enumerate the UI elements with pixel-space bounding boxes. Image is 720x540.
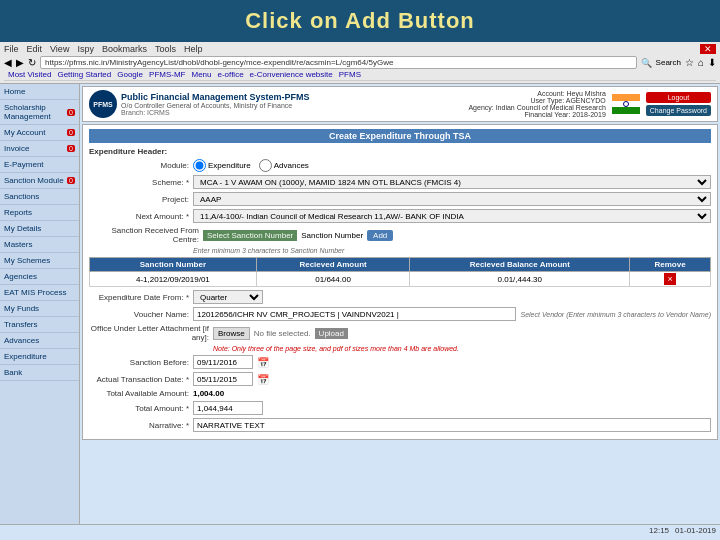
menu-bookmarks[interactable]: Bookmarks: [102, 44, 147, 54]
sidebar-item-transfers[interactable]: Transfers: [0, 317, 79, 333]
bookmark-menu[interactable]: Menu: [191, 70, 211, 79]
col-received-amount: Recieved Amount: [256, 258, 410, 272]
close-window-btn[interactable]: ✕: [700, 44, 716, 54]
sidebar-item-epayment[interactable]: E-Payment: [0, 157, 79, 173]
content-area: PFMS Public Financial Management System-…: [80, 84, 720, 524]
logout-button[interactable]: Logout: [646, 92, 711, 103]
menu-help[interactable]: Help: [184, 44, 203, 54]
sanction-number-label: Sanction Number: [301, 231, 363, 240]
module-advances-option[interactable]: Advances: [259, 159, 309, 172]
sanction-hint-row: Enter minimum 3 characters to Sanction N…: [89, 247, 711, 254]
bookmark-most-visited[interactable]: Most Visited: [8, 70, 51, 79]
total-amount-input[interactable]: [193, 401, 263, 415]
download-icon[interactable]: ⬇: [708, 57, 716, 68]
next-amount-select[interactable]: 11,A/4-100/- Indian Council of Medical R…: [193, 209, 711, 223]
sidebar-item-reports[interactable]: Reports: [0, 205, 79, 221]
sidebar-item-bank[interactable]: Bank: [0, 365, 79, 381]
voucher-input[interactable]: [193, 307, 516, 321]
bookmark-econvenience[interactable]: e-Convenience website: [250, 70, 333, 79]
no-file-text: No file selected.: [254, 329, 311, 338]
expenditure-date-select[interactable]: Quarter: [193, 290, 263, 304]
sidebar-item-my-details[interactable]: My Details: [0, 221, 79, 237]
sidebar-item-sanctions[interactable]: Sanctions: [0, 189, 79, 205]
pfms-header: PFMS Public Financial Management System-…: [82, 86, 718, 122]
sidebar-item-home[interactable]: Home: [0, 84, 79, 100]
col-remove: Remove: [630, 258, 711, 272]
sidebar-item-my-funds[interactable]: My Funds: [0, 301, 79, 317]
bookmark-getting-started[interactable]: Getting Started: [57, 70, 111, 79]
sidebar-item-invoice[interactable]: Invoice 0: [0, 141, 79, 157]
form-section-title: Expenditure Header:: [89, 147, 711, 156]
bookmark-google[interactable]: Google: [117, 70, 143, 79]
note-text: Note: Only three of the page size, and p…: [213, 345, 459, 352]
narrative-label: Narrative: *: [89, 421, 189, 430]
project-select[interactable]: AAAP: [193, 192, 711, 206]
remove-row-button[interactable]: ×: [664, 273, 676, 285]
cell-remove: ×: [630, 272, 711, 287]
sidebar-item-expenditure[interactable]: Expenditure: [0, 349, 79, 365]
office-letter-row: Office Under Letter Attachment [if any]:…: [89, 324, 711, 342]
sidebar-item-advances[interactable]: Advances: [0, 333, 79, 349]
search-icon: 🔍: [641, 58, 652, 68]
bookmark-pfms[interactable]: PFMS: [339, 70, 361, 79]
reload-btn[interactable]: ↻: [28, 57, 36, 68]
sanction-calendar-icon[interactable]: 📅: [257, 357, 269, 368]
bookmark-pfms-mf[interactable]: PFMS-MF: [149, 70, 185, 79]
total-amount-row: Total Amount: *: [89, 401, 711, 415]
status-date: 01-01-2019: [675, 526, 716, 535]
bookmark-star-icon[interactable]: ☆: [685, 57, 694, 68]
browse-button[interactable]: Browse: [213, 327, 250, 340]
next-amount-label: Next Amount: *: [89, 212, 189, 221]
home-icon[interactable]: ⌂: [698, 57, 704, 68]
title-text: Click on Add Button: [245, 8, 475, 33]
change-password-button[interactable]: Change Password: [646, 105, 711, 116]
menu-ispy[interactable]: Ispy: [77, 44, 94, 54]
browser-url-row: ◀ ▶ ↻ https://pfms.nic.in/MinistryAgency…: [4, 56, 716, 69]
forward-btn[interactable]: ▶: [16, 57, 24, 68]
table-header: Sanction Number Recieved Amount Recieved…: [90, 258, 711, 272]
select-sanction-button[interactable]: Select Sanction Number: [203, 230, 297, 241]
sanction-hint-text: Enter minimum 3 characters to Sanction N…: [193, 247, 344, 254]
back-btn[interactable]: ◀: [4, 57, 12, 68]
actual-transaction-input[interactable]: [193, 372, 253, 386]
sidebar-item-agencies[interactable]: Agencies: [0, 269, 79, 285]
scholarship-badge: 0: [67, 109, 75, 116]
bookmark-eoffice[interactable]: e-office: [218, 70, 244, 79]
url-bar[interactable]: https://pfms.nic.in/MinistryAgencyList/d…: [40, 56, 637, 69]
menu-tools[interactable]: Tools: [155, 44, 176, 54]
module-advances-radio[interactable]: [259, 159, 272, 172]
narrative-row: Narrative: *: [89, 418, 711, 432]
col-balance-amount: Recieved Balance Amount: [410, 258, 630, 272]
scheme-select[interactable]: MCA - 1 V AWAM ON (1000)/, MAMID 1824 MN…: [193, 175, 711, 189]
sanction-before-input[interactable]: [193, 355, 253, 369]
module-expenditure-radio[interactable]: [193, 159, 206, 172]
menu-edit[interactable]: Edit: [27, 44, 43, 54]
expenditure-date-label: Expenditure Date From: *: [89, 293, 189, 302]
browser-bar: File Edit View Ispy Bookmarks Tools Help…: [0, 42, 720, 84]
menu-view[interactable]: View: [50, 44, 69, 54]
vendor-hint: Select Vendor (Enter minimum 3 character…: [520, 311, 711, 318]
title-banner: Click on Add Button: [0, 0, 720, 42]
sidebar-item-my-account[interactable]: My Account 0: [0, 125, 79, 141]
narrative-input[interactable]: [193, 418, 711, 432]
status-bar: 12:15 01-01-2019: [0, 524, 720, 536]
expenditure-date-row: Expenditure Date From: * Quarter: [89, 290, 711, 304]
form-container: Create Expenditure Through TSA Expenditu…: [82, 124, 718, 440]
scheme-row: Scheme: * MCA - 1 V AWAM ON (1000)/, MAM…: [89, 175, 711, 189]
actual-transaction-row: Actual Transaction Date: * 📅: [89, 372, 711, 386]
scheme-label: Scheme: *: [89, 178, 189, 187]
sidebar-item-scholarship[interactable]: Scholarship Management 0: [0, 100, 79, 125]
voucher-row: Voucher Name: Select Vendor (Enter minim…: [89, 307, 711, 321]
upload-button[interactable]: Upload: [315, 328, 348, 339]
transaction-calendar-icon[interactable]: 📅: [257, 374, 269, 385]
sidebar-item-masters[interactable]: Masters: [0, 237, 79, 253]
add-sanction-button[interactable]: Add: [367, 230, 393, 241]
cell-received-amount: 01/644.00: [256, 272, 410, 287]
sidebar-item-my-schemes[interactable]: My Schemes: [0, 253, 79, 269]
module-expenditure-option[interactable]: Expenditure: [193, 159, 251, 172]
menu-file[interactable]: File: [4, 44, 19, 54]
sidebar-item-sanction-module[interactable]: Sanction Module 0: [0, 173, 79, 189]
office-letter-label: Office Under Letter Attachment [if any]:: [89, 324, 209, 342]
sidebar-item-eat-mis[interactable]: EAT MIS Process: [0, 285, 79, 301]
total-available-row: Total Available Amount: 1,004.00: [89, 389, 711, 398]
